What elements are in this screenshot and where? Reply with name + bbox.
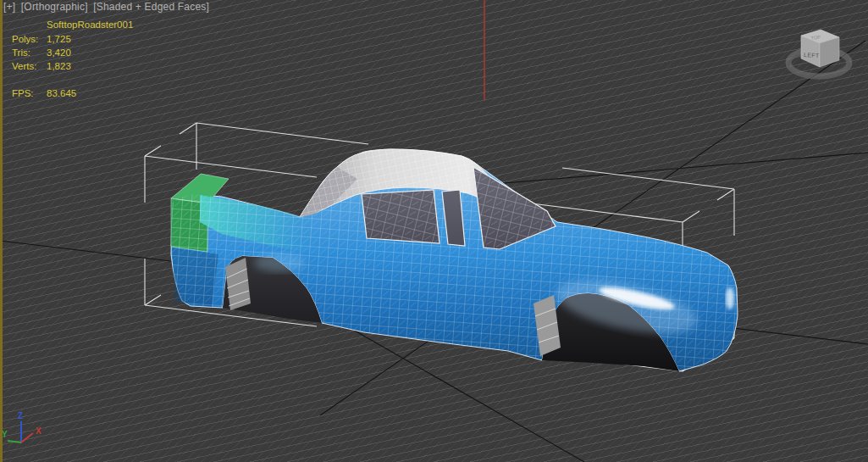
- selected-object-name: SofttopRoadster001: [47, 19, 133, 30]
- viewport-general-menu[interactable]: [+]: [3, 1, 15, 13]
- axis-z-label: Z: [18, 411, 23, 420]
- viewport-canvas[interactable]: LEFT TOP Z X Y [+] [Orthographic] [Shade…: [0, 0, 868, 462]
- viewport-label: [+] [Orthographic] [Shaded + Edged Faces…: [3, 1, 212, 13]
- viewport-pov-menu[interactable]: [Orthographic]: [21, 1, 88, 13]
- scene-3d: LEFT TOP Z X Y: [0, 0, 868, 462]
- viewport-active-border: [0, 0, 3, 462]
- axis-x-label: X: [36, 426, 41, 436]
- axis-y-label: Y: [2, 430, 8, 439]
- car-softtop-roadster[interactable]: [171, 149, 738, 371]
- viewcube-left-label: LEFT: [804, 52, 820, 58]
- viewport-shading-menu[interactable]: [Shaded + Edged Faces]: [93, 1, 209, 13]
- axis-tripod: Z X Y: [2, 411, 41, 443]
- viewcube[interactable]: LEFT TOP: [788, 30, 849, 78]
